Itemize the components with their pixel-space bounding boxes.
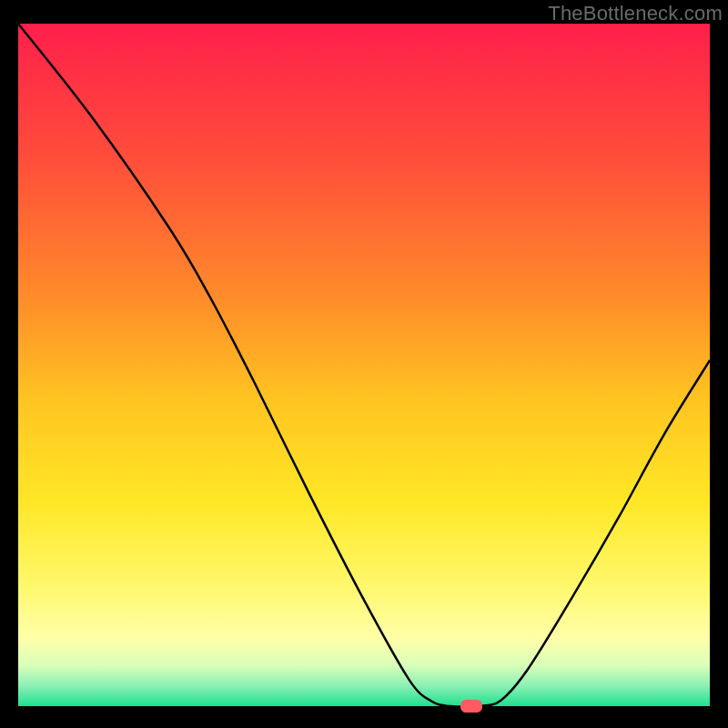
watermark-text: TheBottleneck.com bbox=[548, 2, 723, 25]
chart-canvas: { "watermark": "TheBottleneck.com", "cha… bbox=[0, 0, 728, 728]
bottleneck-marker bbox=[460, 700, 482, 713]
plot-background bbox=[18, 24, 710, 706]
chart-svg bbox=[0, 0, 728, 728]
